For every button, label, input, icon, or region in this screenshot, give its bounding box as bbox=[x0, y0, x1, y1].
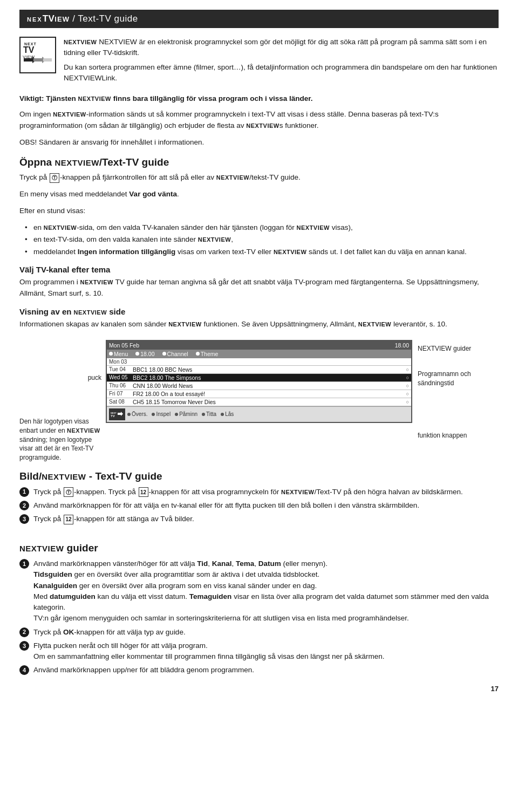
footer-btn-inspel[interactable]: Inspel bbox=[152, 411, 171, 417]
bild-step-1: 1 Tryck på Ⓣ-knappen. Tryck på 12-knappe… bbox=[19, 487, 499, 497]
footer-btn-las[interactable]: Lås bbox=[221, 411, 234, 417]
important-note: Viktigt: Tjänsten nextview finns bara ti… bbox=[19, 93, 499, 105]
open-para3: Efter en stund visas: bbox=[19, 206, 499, 217]
footer-btn-titta[interactable]: Titta bbox=[202, 411, 216, 417]
bild-step-2: 2 Använd markörknappen för för att välja… bbox=[19, 500, 499, 511]
intro-para2: Du kan sortera programmen efter ämne (fi… bbox=[64, 62, 499, 84]
svg-text:TV: TV bbox=[111, 414, 115, 418]
tv-menu-row: Menu 18.00 Channel Theme bbox=[107, 350, 411, 358]
tv-program-row-thu06[interactable]: Thu 06 CNN 18.00 World News ○ bbox=[107, 382, 411, 390]
screen-date: Mon 05 Feb bbox=[109, 342, 139, 349]
guides-step-2: 2 Tryck på OK-knappen för att välja typ … bbox=[19, 627, 499, 638]
bild-step-3: 3 Tryck på 12-knappen för att stänga av … bbox=[19, 514, 499, 524]
screen-time-header: 18.00 bbox=[395, 342, 409, 349]
twelve-button-1: 12 bbox=[139, 487, 148, 497]
bullet-item-2: en text-TV-sida, om den valda kanalen in… bbox=[25, 234, 499, 245]
section-heading-guides: nextview guider bbox=[19, 542, 499, 555]
twelve-button-2: 12 bbox=[64, 515, 73, 524]
page-title: nexTVIEW / Text-TV guide bbox=[27, 13, 138, 24]
t-button-icon: Ⓣ bbox=[50, 173, 59, 183]
label-puck: puck bbox=[19, 373, 106, 383]
open-para2: En meny visas med meddelandet Var god vä… bbox=[19, 189, 499, 200]
intro-text-block: nextview NEXTVIEW är en elektronisk prog… bbox=[64, 37, 499, 87]
section-heading-bild: Bild/nextview - Text-TV guide bbox=[19, 470, 499, 483]
section-heading-open: Öppna nextview/Text-TV guide bbox=[19, 156, 499, 169]
svg-text:TV: TV bbox=[23, 45, 35, 54]
screen-menu-item-time[interactable]: 18.00 bbox=[135, 351, 154, 357]
label-funktion-knappen: funktion knappen bbox=[418, 431, 499, 440]
tv-nav-row-1: Mon 03 bbox=[107, 358, 411, 366]
bullet-item-1: en nextview-sida, om den valda TV-kanale… bbox=[25, 222, 499, 233]
intro-para1: nextview NEXTVIEW är en elektronisk prog… bbox=[64, 37, 499, 59]
page-number: 17 bbox=[491, 685, 499, 693]
svg-marker-9 bbox=[118, 412, 123, 416]
tv-program-row-sat08[interactable]: Sat 08 CH5 18.15 Tomorrow Never Dies ○ bbox=[107, 398, 411, 406]
bild-steps: 1 Tryck på Ⓣ-knappen. Tryck på 12-knappe… bbox=[19, 487, 499, 525]
tv-screen: Mon 05 Feb 18.00 Menu 18.00 Channel Them… bbox=[106, 340, 412, 423]
bullet-item-3: meddelandet Ingen information tillgängli… bbox=[25, 247, 499, 257]
tv-logo-row: NEXT TV Övers. Inspel Påminn Titta Lås bbox=[107, 406, 411, 422]
nextview-logo: NEXT TV VIEW bbox=[19, 37, 56, 73]
section-heading-channel: Välj TV-kanal efter tema bbox=[19, 265, 499, 274]
om-ingen-para: Om ingen nextview-information sänds ut s… bbox=[19, 109, 499, 132]
label-programnamn: Programnamn och sändningstid bbox=[418, 370, 499, 388]
t-button-bild-1: Ⓣ bbox=[64, 487, 73, 497]
guides-step-4: 4 Använd markörknappen upp/ner för att b… bbox=[19, 665, 499, 675]
footer-btn-overs[interactable]: Övers. bbox=[127, 411, 147, 417]
obs-note: OBS! Sändaren är ansvarig för innehållet… bbox=[19, 137, 499, 148]
tv-program-row-tue04[interactable]: Tue 04 BBC1 18.00 BBC News ○ bbox=[107, 366, 411, 374]
screen-menu-item-channel[interactable]: Channel bbox=[162, 351, 188, 357]
guides-step-3: 3 Flytta pucken neråt och till höger för… bbox=[19, 640, 499, 663]
screen-menu-item-theme[interactable]: Theme bbox=[196, 351, 219, 357]
tv-guide-diagram: puck Den här logotypen visas enbart unde… bbox=[19, 340, 499, 462]
nextview-small-logo: NEXT TV bbox=[109, 408, 125, 420]
nextview-brand-1: nextview bbox=[64, 39, 97, 45]
diagram-left-labels: puck Den här logotypen visas enbart unde… bbox=[19, 340, 106, 462]
tv-program-row-fri07[interactable]: Fri 07 FR2 18.00 On a tout essayé! ○ bbox=[107, 390, 411, 398]
logo-svg: NEXT TV VIEW bbox=[22, 39, 54, 71]
diagram-right-labels: NEXTVIEW guider Programnamn och sändning… bbox=[412, 340, 499, 440]
intro-section: NEXT TV VIEW nextview NEXTVIEW är en ele… bbox=[19, 37, 499, 87]
section-heading-visning: Visning av en nextview side bbox=[19, 307, 499, 316]
tv-screen-header: Mon 05 Feb 18.00 bbox=[107, 341, 411, 350]
tv-program-row-wed05[interactable]: Wed 05 BBC2 18.00 The Simpsons ○ bbox=[107, 374, 411, 382]
page-footer: 17 bbox=[19, 680, 499, 693]
label-nextview-guider: NEXTVIEW guider bbox=[418, 344, 499, 353]
guides-step-1: 1 Använd markörknappen vänster/höger för… bbox=[19, 558, 499, 624]
page-container: nexTVIEW / Text-TV guide NEXT TV VIEW ne… bbox=[0, 0, 518, 709]
channel-para1: Om programmen i nextview TV guide har te… bbox=[19, 277, 499, 299]
screen-menu-item-menu[interactable]: Menu bbox=[109, 351, 128, 357]
tv-footer-buttons: Övers. Inspel Påminn Titta Lås bbox=[125, 410, 409, 418]
day-nav-1: Mon 03 bbox=[109, 359, 133, 365]
label-logo: Den här logotypen visas enbart under en … bbox=[19, 417, 106, 462]
open-para1: Tryck på Ⓣ-knappen på fjärrkontrollen fö… bbox=[19, 172, 499, 183]
visning-para1: Informationen skapas av kanalen som sänd… bbox=[19, 319, 499, 330]
footer-btn-paminn[interactable]: Påminn bbox=[175, 411, 197, 417]
open-bullet-list: en nextview-sida, om den valda TV-kanale… bbox=[19, 222, 499, 257]
guides-steps: 1 Använd markörknappen vänster/höger för… bbox=[19, 558, 499, 676]
page-header: nexTVIEW / Text-TV guide bbox=[19, 10, 499, 28]
